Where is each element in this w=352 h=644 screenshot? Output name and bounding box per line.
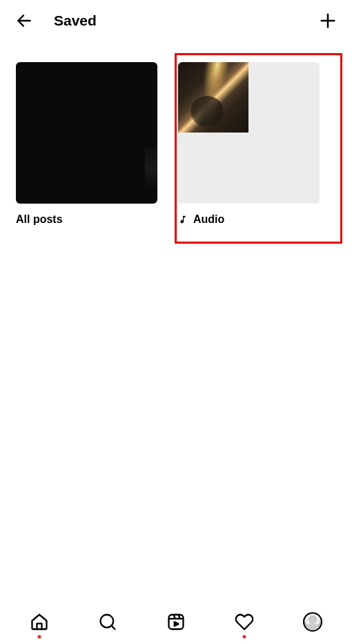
music-note-icon <box>178 215 188 224</box>
arrow-left-icon <box>15 12 33 30</box>
search-icon <box>98 612 117 632</box>
notification-dot <box>242 635 246 638</box>
thumbnail-cell-empty <box>178 133 248 204</box>
svg-line-4 <box>112 625 115 629</box>
collection-label-text: All posts <box>16 213 63 226</box>
thumbnail-cell-empty <box>249 133 320 204</box>
header-left: Saved <box>14 10 97 31</box>
collection-label-text: Audio <box>193 213 224 226</box>
nav-home[interactable] <box>26 608 53 636</box>
collection-label: Audio <box>178 213 320 226</box>
thumbnail-cell-photo <box>178 62 248 133</box>
collection-label: All posts <box>16 213 157 226</box>
audio-collection[interactable]: Audio <box>178 62 320 226</box>
heart-icon <box>235 612 254 632</box>
thumbnail-cell-empty <box>249 62 320 133</box>
nav-reels[interactable] <box>162 608 190 636</box>
profile-avatar-icon <box>303 612 322 632</box>
back-button[interactable] <box>14 10 35 31</box>
page-title: Saved <box>54 12 97 29</box>
bottom-nav <box>0 600 352 644</box>
nav-activity[interactable] <box>231 608 258 636</box>
all-posts-thumbnail <box>16 62 157 204</box>
add-button[interactable] <box>317 10 338 31</box>
all-posts-collection[interactable]: All posts <box>16 62 157 226</box>
home-icon <box>30 612 49 632</box>
reels-icon <box>166 612 186 632</box>
nav-profile[interactable] <box>299 608 326 636</box>
plus-icon <box>318 11 338 30</box>
header: Saved <box>0 0 352 41</box>
collections-grid: All posts Audio <box>0 41 352 226</box>
notification-dot <box>38 635 41 638</box>
nav-search[interactable] <box>94 608 121 636</box>
audio-thumbnail <box>178 62 320 204</box>
